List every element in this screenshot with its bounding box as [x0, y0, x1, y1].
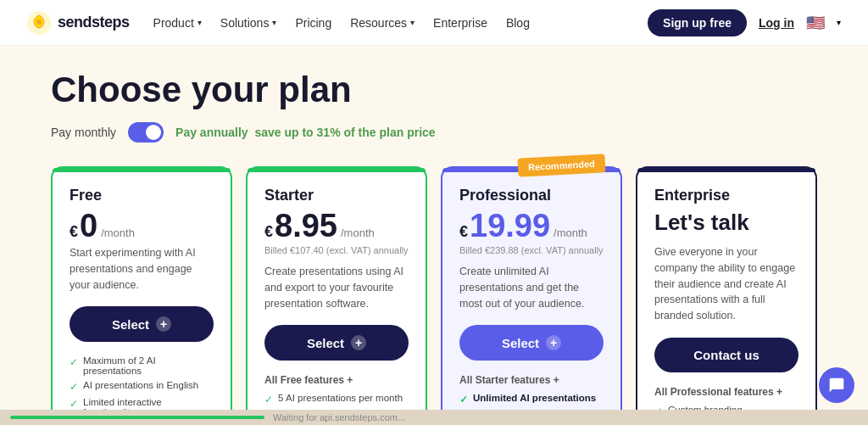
free-plus-icon: +	[156, 316, 171, 332]
free-price-row: € 0 /month	[70, 210, 214, 242]
chat-icon	[828, 377, 845, 394]
enterprise-plan-name: Enterprise	[654, 187, 798, 204]
check-icon: ✓	[459, 394, 468, 405]
professional-period: /month	[554, 226, 587, 239]
starter-features-heading: All Free features +	[264, 374, 409, 386]
language-flag[interactable]: 🇺🇸	[806, 14, 825, 32]
enterprise-description: Give everyone in your company the abilit…	[654, 244, 798, 324]
nav-solutions[interactable]: Solutions ▾	[220, 16, 277, 30]
starter-currency: €	[264, 223, 273, 241]
starter-plus-icon: +	[351, 335, 366, 350]
plan-starter: Starter € 8.95 /month Billed €107.40 (ex…	[246, 166, 427, 425]
solutions-arrow-icon: ▾	[272, 18, 276, 27]
free-plan-name: Free	[70, 187, 214, 204]
product-arrow-icon: ▾	[198, 18, 202, 27]
logo-text: sendsteps	[58, 14, 130, 31]
page-title: Choose your plan	[51, 70, 817, 110]
professional-amount: 19.99	[470, 210, 550, 242]
plans-grid: Free € 0 /month Start experimenting with…	[51, 166, 817, 425]
logo[interactable]: sendsteps	[27, 11, 130, 35]
check-icon: ✓	[70, 381, 78, 393]
nav-product[interactable]: Product ▾	[153, 16, 202, 30]
login-button[interactable]: Log in	[759, 16, 794, 30]
status-bar: Waiting for api.sendsteps.com...	[0, 410, 868, 425]
nav-blog[interactable]: Blog	[506, 16, 530, 30]
starter-billing-note: Billed €107.40 (excl. VAT) annually	[264, 245, 409, 255]
free-amount: 0	[80, 210, 97, 242]
professional-plus-icon: +	[546, 335, 561, 350]
logo-icon	[27, 11, 51, 35]
billing-annual-label: Pay annually save up to 31% of the plan …	[175, 126, 436, 139]
billing-toggle-row: Pay monthly Pay annually save up to 31% …	[51, 122, 817, 143]
plan-free: Free € 0 /month Start experimenting with…	[51, 166, 232, 425]
nav-actions: Sign up free Log in 🇺🇸 ▾	[648, 9, 841, 36]
plan-professional: Recommended Professional € 19.99 /month …	[441, 166, 622, 425]
professional-billing-note: Billed €239.88 (excl. VAT) annually	[459, 245, 604, 255]
chat-bubble[interactable]	[819, 367, 854, 403]
billing-monthly-label: Pay monthly	[51, 126, 116, 139]
professional-features-heading: All Starter features +	[459, 374, 604, 386]
recommended-badge: Recommended	[518, 154, 606, 176]
professional-price-row: € 19.99 /month	[459, 210, 604, 242]
billing-save-text: save up to 31%	[254, 126, 340, 139]
plan-enterprise: Enterprise Let's talk Give everyone in y…	[636, 166, 817, 425]
professional-description: Create unlimited AI presentations and ge…	[459, 264, 604, 311]
professional-feature-1: ✓ Unlimited AI presentations	[459, 393, 604, 405]
nav-enterprise[interactable]: Enterprise	[433, 16, 487, 30]
billing-toggle[interactable]	[128, 122, 164, 143]
check-icon: ✓	[70, 356, 78, 368]
nav-pricing[interactable]: Pricing	[295, 16, 331, 30]
loading-progress	[10, 416, 264, 419]
status-text: Waiting for api.sendsteps.com...	[273, 412, 405, 422]
free-feature-1: ✓ Maximum of 2 AI presentations	[70, 355, 214, 376]
starter-description: Create presentations using AI and export…	[264, 264, 409, 311]
resources-arrow-icon: ▾	[410, 18, 415, 27]
starter-period: /month	[341, 226, 375, 239]
starter-feature-1: ✓ 5 AI presentations per month	[264, 393, 409, 405]
toggle-thumb	[146, 125, 161, 140]
starter-plan-name: Starter	[264, 187, 409, 204]
professional-plan-name: Professional	[459, 187, 604, 204]
starter-top-bar	[248, 168, 426, 172]
free-top-bar	[53, 168, 231, 172]
enterprise-contact-button[interactable]: Contact us	[654, 338, 798, 372]
navbar: sendsteps Product ▾ Solutions ▾ Pricing …	[0, 0, 868, 46]
starter-amount: 8.95	[275, 210, 337, 242]
starter-price-row: € 8.95 /month	[264, 210, 409, 242]
enterprise-top-bar	[637, 168, 815, 172]
check-icon: ✓	[264, 394, 273, 405]
enterprise-headline: Let's talk	[654, 210, 798, 236]
free-select-button[interactable]: Select +	[70, 306, 214, 342]
professional-currency: €	[459, 223, 468, 241]
check-icon: ✓	[70, 398, 78, 410]
free-feature-2: ✓ AI presentations in English	[70, 380, 214, 393]
main-content: Choose your plan Pay monthly Pay annuall…	[0, 46, 868, 425]
professional-select-button[interactable]: Select +	[459, 325, 604, 361]
language-arrow-icon: ▾	[837, 18, 841, 27]
nav-links: Product ▾ Solutions ▾ Pricing Resources …	[153, 16, 625, 30]
free-currency: €	[70, 223, 78, 241]
free-description: Start experimenting with AI presentation…	[70, 245, 214, 293]
free-period: /month	[101, 226, 135, 239]
svg-point-1	[36, 20, 42, 25]
signup-button[interactable]: Sign up free	[648, 9, 747, 36]
starter-select-button[interactable]: Select +	[264, 325, 409, 361]
enterprise-features-heading: All Professional features +	[654, 386, 798, 398]
nav-resources[interactable]: Resources ▾	[350, 16, 415, 30]
